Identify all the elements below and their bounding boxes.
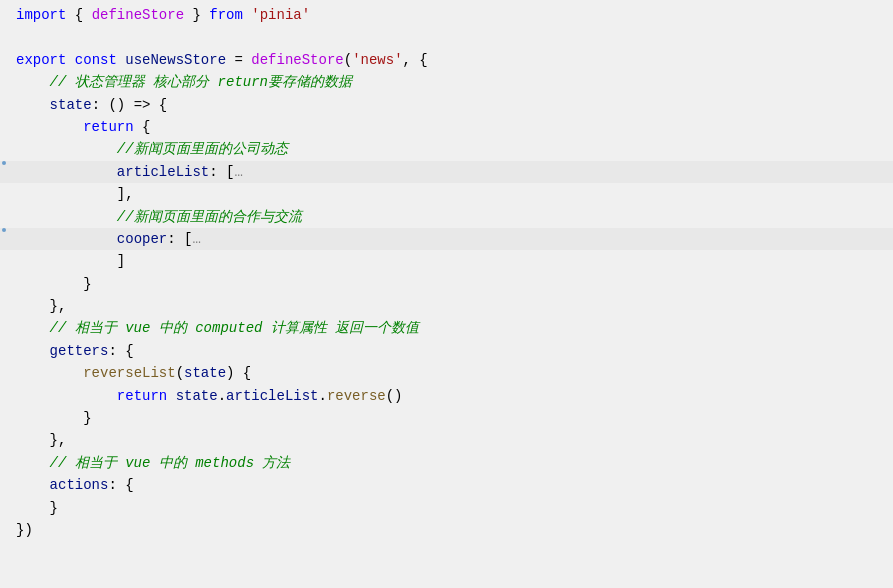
line-content: // 相当于 vue 中的 methods 方法 [8,452,893,474]
token: } [16,500,58,516]
code-line: state: () => { [0,94,893,116]
token: export [16,52,66,68]
token: … [234,164,242,180]
token [117,52,125,68]
line-indicator [2,228,6,232]
token: //新闻页面里面的合作与交流 [16,209,302,225]
token: ( [176,365,184,381]
token: 'news' [352,52,402,68]
token: }, [16,432,66,448]
token: ] [16,253,125,269]
token: actions [50,477,109,493]
code-line: import { defineStore } from 'pinia' [0,4,893,26]
token: { [134,119,151,135]
token: ) { [226,365,251,381]
line-content: }, [8,429,893,451]
token [66,52,74,68]
line-content: }) [8,519,893,541]
token [16,365,83,381]
line-content: state: () => { [8,94,893,116]
code-line: } [0,273,893,295]
line-content: return state.articleList.reverse() [8,385,893,407]
token: import [16,7,66,23]
token: . [218,388,226,404]
token: 'pinia' [251,7,310,23]
token [16,97,50,113]
line-gutter [0,161,8,165]
line-content: // 状态管理器 核心部分 return要存储的数据 [8,71,893,93]
token: : { [108,477,133,493]
code-line: // 相当于 vue 中的 methods 方法 [0,452,893,474]
code-line: }) [0,519,893,541]
token: state [184,365,226,381]
code-line: export const useNewsStore = defineStore(… [0,49,893,71]
line-content: //新闻页面里面的合作与交流 [8,206,893,228]
token: } [16,410,92,426]
token: from [209,7,243,23]
token: { [66,7,91,23]
line-content: // 相当于 vue 中的 computed 计算属性 返回一个数值 [8,317,893,339]
token [16,119,83,135]
token: reverse [327,388,386,404]
token: // 相当于 vue 中的 methods 方法 [16,455,290,471]
token: : () => { [92,97,168,113]
code-line: articleList: [… [0,161,893,183]
line-content: //新闻页面里面的公司动态 [8,138,893,160]
token [16,388,117,404]
line-content: export const useNewsStore = defineStore(… [8,49,893,71]
code-line: return { [0,116,893,138]
token: articleList [226,388,318,404]
code-line: cooper: [… [0,228,893,250]
code-editor: import { defineStore } from 'pinia' expo… [0,0,893,588]
token: ( [344,52,352,68]
token: useNewsStore [125,52,226,68]
token: articleList [117,164,209,180]
code-line: } [0,407,893,429]
line-content [8,26,893,48]
line-content: ] [8,250,893,272]
code-line: }, [0,295,893,317]
token [16,231,117,247]
token: } [16,276,92,292]
token: }) [16,522,33,538]
token: state [176,388,218,404]
code-line: ], [0,183,893,205]
token: = [226,52,251,68]
code-line: }, [0,429,893,451]
token: getters [50,343,109,359]
code-line: } [0,497,893,519]
code-line: getters: { [0,340,893,362]
token: return [83,119,133,135]
token: defineStore [251,52,343,68]
line-content: ], [8,183,893,205]
token: () [386,388,403,404]
token: , { [403,52,428,68]
token: return [117,388,167,404]
token [16,477,50,493]
code-line [0,26,893,48]
line-content: }, [8,295,893,317]
code-line: return state.articleList.reverse() [0,385,893,407]
token: const [75,52,117,68]
line-content: return { [8,116,893,138]
line-content: reverseList(state) { [8,362,893,384]
code-line: // 相当于 vue 中的 computed 计算属性 返回一个数值 [0,317,893,339]
line-content: import { defineStore } from 'pinia' [8,4,893,26]
token: reverseList [83,365,175,381]
token: }, [16,298,66,314]
token: defineStore [92,7,184,23]
token: : [ [209,164,234,180]
line-indicator [2,161,6,165]
line-content: } [8,273,893,295]
token [16,343,50,359]
token: cooper [117,231,167,247]
token: : [ [167,231,192,247]
token: } [184,7,209,23]
line-content: actions: { [8,474,893,496]
token: // 状态管理器 核心部分 return要存储的数据 [16,74,352,90]
token: : { [108,343,133,359]
code-line: ] [0,250,893,272]
code-line: actions: { [0,474,893,496]
line-content: } [8,497,893,519]
token: ], [16,186,134,202]
